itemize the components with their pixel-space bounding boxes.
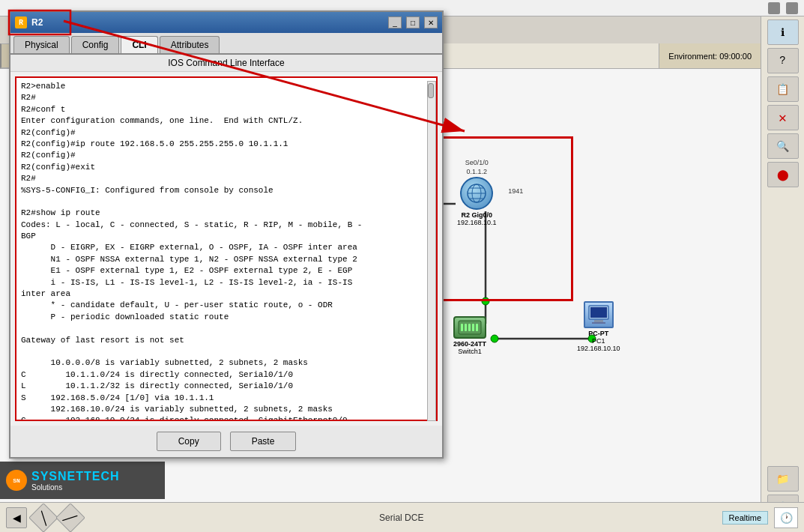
menubar-icons: [768, 2, 798, 14]
pc1-ip-label: 192.168.10.10: [577, 345, 620, 352]
realtime-clock-icon: 🕐: [774, 507, 798, 528]
svg-point-2: [482, 297, 489, 305]
watermark-sub: Solutions: [31, 483, 120, 492]
tab-attributes[interactable]: Attributes: [160, 36, 220, 53]
device-pc1[interactable]: PC-PT PC1 192.168.10.10: [577, 301, 620, 352]
r2-dialog: R R2 _ □ ✕ Physical Config CLI Attribute…: [9, 10, 444, 459]
switch1-name: 2960-24TT: [453, 340, 486, 348]
tab-physical[interactable]: Physical: [13, 36, 70, 53]
svg-rect-13: [465, 324, 467, 331]
environment-time: Environment: 09:00:00: [659, 43, 761, 68]
watermark-logo: SN: [6, 470, 27, 491]
dialog-tabs: Physical Config CLI Attributes: [10, 33, 442, 55]
red-highlight-network: [427, 136, 573, 301]
svg-point-3: [491, 335, 498, 342]
menubar-icon-2[interactable]: [786, 2, 798, 14]
device-switch1[interactable]: 2960-24TT Switch1: [453, 316, 486, 355]
svg-rect-15: [472, 324, 474, 331]
realtime-label: Realtime: [722, 511, 768, 525]
menubar-icon-1[interactable]: [768, 2, 780, 14]
pc1-icon: [584, 301, 614, 328]
watermark-text: SYSNETTECH Solutions: [31, 470, 120, 492]
dialog-close-btn[interactable]: ✕: [424, 16, 438, 28]
status-diagonal2-btn[interactable]: ╱: [55, 503, 85, 532]
r2-port-count: 1941: [508, 187, 523, 195]
dialog-window-icon: R: [15, 16, 27, 28]
r2-iface-label: Se0/1/0: [465, 159, 489, 166]
dialog-minimize-btn[interactable]: _: [388, 16, 402, 28]
paste-button[interactable]: Paste: [230, 432, 297, 451]
sidebar-folder-btn[interactable]: 📁: [767, 466, 799, 492]
tab-config[interactable]: Config: [71, 36, 120, 53]
sidebar-zoom-btn[interactable]: 🔍: [767, 133, 799, 159]
cli-header: IOS Command Line Interface: [10, 55, 442, 72]
status-bar: ◀ ╱ ╱ Serial DCE Realtime 🕐: [0, 502, 804, 532]
sidebar-record-btn[interactable]: ⬤: [767, 162, 799, 187]
svg-rect-18: [594, 320, 603, 322]
svg-rect-20: [590, 307, 607, 318]
dialog-body: IOS Command Line Interface R2>enable R2#…: [10, 55, 442, 457]
watermark: SN SYSNETTECH Solutions: [0, 462, 165, 499]
cli-buttons: Copy Paste: [10, 426, 442, 457]
r2-ip-main-label: 192.168.10.1: [457, 219, 497, 226]
right-sidebar: ℹ ? 📋 ✕ 🔍 ⬤ 📁 📋: [761, 16, 804, 532]
r2-router-icon: [460, 177, 493, 210]
pc1-name-label: PC1: [592, 337, 605, 345]
device-r2[interactable]: Se0/1/0 0.1.1.2 1941 R2 Gig0/0 192.168.1…: [457, 159, 497, 226]
status-diagonal1-btn[interactable]: ╱: [28, 503, 58, 532]
copy-button[interactable]: Copy: [157, 432, 221, 451]
dialog-titlebar: R R2 _ □ ✕: [10, 12, 442, 33]
sidebar-notes-btn[interactable]: 📋: [767, 76, 799, 102]
status-back-btn[interactable]: ◀: [6, 507, 27, 528]
svg-rect-19: [592, 322, 605, 324]
dialog-title: R2: [31, 17, 384, 28]
svg-rect-16: [476, 324, 478, 331]
cli-terminal[interactable]: R2>enable R2# R2#conf t Enter configurat…: [15, 76, 438, 421]
sidebar-help-btn[interactable]: ?: [767, 48, 799, 73]
svg-rect-12: [461, 324, 463, 331]
watermark-brand: SYSNETTECH: [31, 470, 120, 483]
sidebar-info-btn[interactable]: ℹ: [767, 19, 799, 45]
r2-ip-label: 0.1.1.2: [467, 168, 488, 175]
r2-name-label: R2 Gig0/0: [462, 211, 493, 219]
pc1-type-label: PC-PT: [588, 330, 608, 337]
dialog-maximize-btn[interactable]: □: [406, 16, 420, 28]
status-text: Serial DCE: [87, 513, 716, 523]
scrollbar-handle[interactable]: [428, 83, 434, 98]
sidebar-delete-btn[interactable]: ✕: [767, 105, 799, 130]
tab-cli[interactable]: CLI: [121, 36, 157, 53]
switch1-icon: [453, 316, 486, 339]
svg-rect-14: [468, 324, 471, 331]
switch1-label: Switch1: [458, 348, 482, 355]
